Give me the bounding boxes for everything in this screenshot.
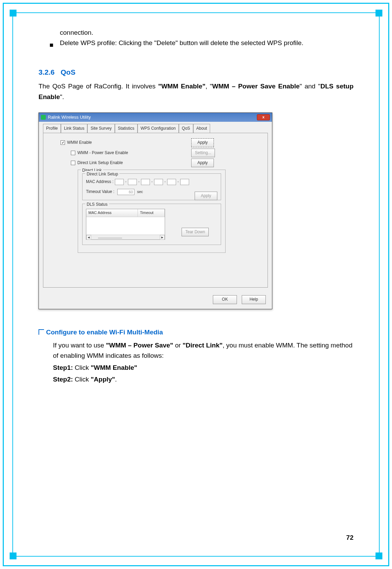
dash-icon: -	[125, 179, 127, 185]
timeout-input[interactable]	[117, 189, 134, 195]
dialog-bottom-buttons: OK Help	[39, 292, 272, 309]
section-title: QoS	[61, 68, 75, 76]
mac-label: MAC Address :	[86, 179, 113, 185]
scroll-right-icon[interactable]: ►	[160, 235, 165, 240]
mac-octet-3[interactable]	[141, 179, 150, 185]
page-content: connection. ■ Delete WPS profile: Clicki…	[39, 28, 353, 386]
mac-octet-5[interactable]	[167, 179, 176, 185]
checkbox-dls-enable[interactable]	[71, 161, 75, 165]
dialog-titlebar[interactable]: Ralink Wireless Utility x	[39, 113, 272, 122]
sub-text-block: If you want to use "WMM – Power Save" or…	[39, 340, 353, 385]
tab-statistics[interactable]: Statistics	[115, 124, 138, 133]
pointer-bullet-icon	[39, 329, 44, 335]
table-header: MAC Address Timeout	[86, 209, 165, 217]
app-icon	[41, 115, 46, 120]
label-wmm-powersave: WMM - Power Save Enable	[77, 150, 128, 156]
apply-button-dls[interactable]: Apply	[191, 159, 214, 167]
fieldset-dl-setup: Direct Link Setup MAC Address : - - - - …	[82, 173, 221, 200]
mac-octet-4[interactable]	[154, 179, 163, 185]
section-paragraph: The QoS Page of RaConfig. It involves "W…	[39, 81, 353, 102]
dls-status-table[interactable]: MAC Address Timeout ◄ ►	[86, 209, 165, 240]
dialog-title: Ralink Wireless Utility	[48, 114, 91, 121]
bullet-delete-wps: ■ Delete WPS profile: Clicking the "Dele…	[39, 38, 353, 48]
fieldset-direct-link: Direct Link Direct Link Setup MAC Addres…	[78, 170, 226, 253]
close-button[interactable]: x	[257, 114, 270, 120]
apply-button-setup[interactable]: Apply	[195, 192, 217, 200]
timeout-unit: sec	[137, 189, 143, 195]
mac-octet-2[interactable]	[128, 179, 137, 185]
square-bullet-icon: ■	[50, 40, 53, 50]
label-dls-enable: Direct Link Setup Enable	[77, 160, 123, 166]
label-wmm-enable: WMM Enable	[67, 139, 92, 146]
legend-dls-status: DLS Status	[85, 201, 109, 208]
legend-dl-setup: Direct Link Setup	[85, 171, 119, 178]
intro-line: connection.	[39, 28, 353, 38]
bullet-text: Delete WPS profile: Clicking the "Delete…	[60, 39, 303, 46]
tab-wps[interactable]: WPS Configuration	[138, 124, 179, 133]
tab-body-qos: WMM Enable Apply WMM - Power Save Enable…	[43, 133, 268, 288]
scroll-left-icon[interactable]: ◄	[86, 235, 91, 240]
dash-icon: -	[151, 179, 153, 185]
tab-about[interactable]: About	[193, 124, 210, 133]
timeout-label: Timeout Value :	[86, 189, 115, 195]
dash-icon: -	[177, 179, 179, 185]
mac-address-row: MAC Address : - - - - -	[86, 179, 217, 185]
ralink-dialog: Ralink Wireless Utility x Profile Link S…	[39, 112, 272, 309]
scroll-thumb[interactable]	[98, 238, 122, 238]
checkbox-wmm-powersave[interactable]	[71, 151, 75, 155]
fieldset-dls-status: DLS Status MAC Address Timeout ◄ ►	[82, 204, 221, 245]
tab-site-survey[interactable]: Site Survey	[87, 124, 115, 133]
mac-octet-6[interactable]	[180, 179, 189, 185]
sub-paragraph: If you want to use "WMM – Power Save" or…	[53, 340, 353, 361]
setting-button[interactable]: Setting...	[191, 149, 215, 157]
col-timeout[interactable]: Timeout	[138, 209, 165, 217]
tab-profile[interactable]: Profile	[43, 124, 61, 133]
horizontal-scrollbar[interactable]: ◄ ►	[86, 235, 165, 239]
help-button[interactable]: Help	[242, 295, 266, 304]
tab-link-status[interactable]: Link Status	[61, 124, 87, 133]
tab-qos[interactable]: QoS	[179, 124, 193, 133]
section-heading-qos: 3.2.6 QoS	[39, 66, 353, 78]
section-number: 3.2.6	[39, 68, 55, 76]
sub-heading-configure-wmm: Configure to enable Wi-Fi Multi-Media	[39, 327, 353, 337]
dash-icon: -	[164, 179, 166, 185]
tab-strip: Profile Link Status Site Survey Statisti…	[39, 122, 272, 133]
mac-octet-1[interactable]	[115, 179, 124, 185]
step2: Step2: Click "Apply".	[53, 374, 353, 385]
step1: Step1: Click "WMM Enable"	[53, 363, 353, 373]
apply-button-wmm[interactable]: Apply	[191, 138, 214, 147]
ok-button[interactable]: OK	[213, 295, 237, 304]
col-mac[interactable]: MAC Address	[86, 209, 138, 217]
checkbox-wmm-enable[interactable]	[61, 140, 65, 145]
teardown-button[interactable]: Tear Down	[182, 228, 209, 236]
dash-icon: -	[138, 179, 140, 185]
page-number: 72	[346, 534, 353, 541]
